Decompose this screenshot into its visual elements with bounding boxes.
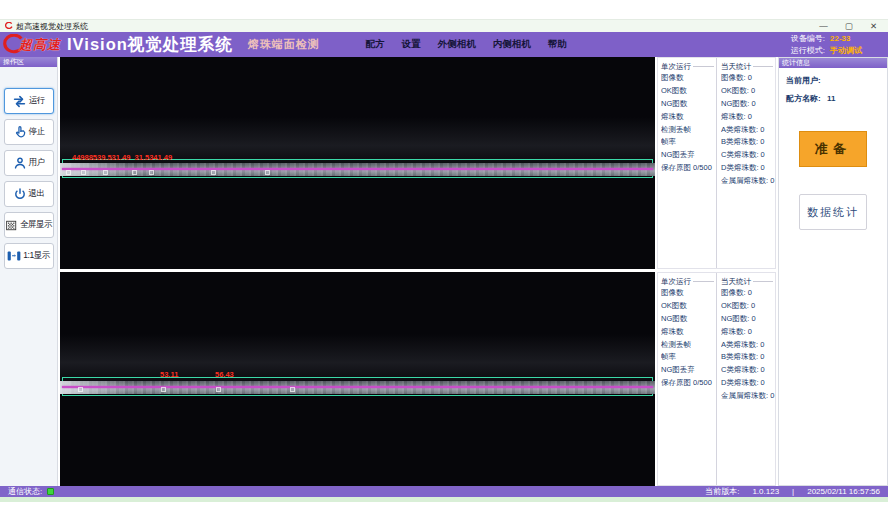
run-icon	[12, 94, 27, 109]
window-titlebar: 超高速视觉处理系统 — ▢ ✕	[0, 19, 888, 32]
app-logo-icon	[5, 22, 13, 30]
data-statistics-button[interactable]: 数据统计	[799, 194, 867, 230]
stat-row: NG图数	[661, 313, 716, 326]
statistics-info-panel: 统计信息 当前用户: 配方名称: 11 准备 数据统计	[778, 57, 888, 486]
stat-row: NG图数0	[721, 313, 775, 326]
version-value: 1.0.123	[752, 487, 779, 496]
hand-stop-icon	[13, 125, 27, 139]
sidebar-button[interactable]: 全屏显示	[4, 212, 54, 238]
status-bar: 通信状态: 当前版本: 1.0.123 | 2025/02/11 16:57:5…	[0, 486, 888, 497]
comm-status-led	[47, 488, 54, 495]
camera-viewport-1[interactable]: 44988539.531.49 31.5341.49	[60, 57, 655, 269]
app-subtitle: 熔珠端面检测	[248, 37, 320, 52]
comm-status-label: 通信状态:	[8, 486, 42, 497]
stat-row: C类熔珠数0	[721, 364, 775, 377]
maximize-button[interactable]: ▢	[845, 21, 853, 31]
operation-sidebar: 操作区 运行 停止 用户 退出 全屏显示 1:1显示	[0, 57, 58, 486]
brand-logo: 超高速	[3, 34, 61, 56]
measurement-readout: 44988539.531.49 31.5341.49	[72, 153, 172, 162]
run-mode-label: 运行模式:	[791, 45, 825, 57]
recipe-name-value: 11	[827, 94, 835, 103]
single-run-column: 单次运行 图像数 OK图数 NG图数 熔珠数 检测丢帧 帧率 NG图丢弃	[658, 58, 717, 268]
stat-row: 保存原图0/500	[661, 162, 716, 175]
datetime: 2025/02/11 16:57:56	[807, 487, 880, 496]
stat-row: 熔珠数	[661, 326, 716, 339]
version-label: 当前版本:	[705, 486, 739, 497]
header-info: 设备编号: 22-33 运行模式: 手动调试	[791, 33, 876, 57]
close-button[interactable]: ✕	[870, 21, 877, 31]
stats-panel-2: 单次运行 图像数 OK图数 NG图数 熔珠数 检测丢帧 帧率 NG图丢弃	[657, 272, 776, 486]
stat-row: A类熔珠数0	[721, 124, 775, 137]
bead-marker	[211, 170, 216, 175]
stat-row: 图像数	[661, 72, 716, 85]
stat-row: B类熔珠数0	[721, 351, 775, 364]
current-user-label: 当前用户:	[786, 76, 821, 85]
stat-row: C类熔珠数0	[721, 149, 775, 162]
daily-stats-column: 当天统计 图像数0 OK图数0 NG图数0 熔珠数0 A类熔珠数0 B类熔珠数0…	[717, 273, 775, 485]
recipe-name-label: 配方名称:	[786, 94, 821, 103]
bead-marker	[81, 170, 86, 175]
stats-panel-1: 单次运行 图像数 OK图数 NG图数 熔珠数 检测丢帧 帧率 NG图丢弃	[657, 57, 776, 269]
prepare-button[interactable]: 准备	[799, 131, 867, 167]
menu-item[interactable]: 配方	[366, 38, 385, 51]
bead-marker	[161, 387, 166, 392]
single-run-header: 单次运行	[661, 277, 691, 287]
measurement-line	[62, 386, 653, 388]
sidebar-button[interactable]: 停止	[4, 119, 54, 145]
stat-row: NG图丢弃	[661, 149, 716, 162]
brand-text: 超高速	[19, 36, 61, 54]
status-separator: |	[792, 487, 794, 496]
stat-row: 图像数	[661, 287, 716, 300]
daily-stats-header: 当天统计	[721, 277, 751, 287]
stat-row: NG图数	[661, 98, 716, 111]
stat-row: 检测丢帧	[661, 339, 716, 352]
menu-item[interactable]: 设置	[402, 38, 421, 51]
run-mode-value: 手动调试	[830, 45, 876, 57]
app-title: IVision视觉处理系统	[67, 34, 233, 56]
app-header: 超高速 IVision视觉处理系统 熔珠端面检测 配方设置外侧相机内侧相机帮助 …	[0, 32, 888, 57]
power-icon	[13, 187, 27, 201]
minimize-button[interactable]: —	[819, 21, 828, 31]
fullscreen-icon	[5, 219, 18, 232]
stat-row: 熔珠数0	[721, 326, 775, 339]
sidebar-button[interactable]: 运行	[4, 88, 54, 114]
menu-item[interactable]: 内侧相机	[493, 38, 531, 51]
camera-viewport-2[interactable]: 53.11 56.43	[60, 272, 655, 486]
single-run-column: 单次运行 图像数 OK图数 NG图数 熔珠数 检测丢帧 帧率 NG图丢弃	[658, 273, 717, 485]
single-run-header: 单次运行	[661, 62, 691, 72]
bead-marker	[103, 170, 108, 175]
stat-row: OK图数	[661, 300, 716, 313]
window-bottom-edge	[0, 497, 888, 502]
sidebar-button[interactable]: 1:1显示	[4, 243, 54, 269]
bead-marker	[149, 170, 154, 175]
stat-row: 金属屑熔珠数0	[721, 175, 775, 188]
window-title: 超高速视觉处理系统	[16, 21, 88, 32]
menu-item[interactable]: 外侧相机	[438, 38, 476, 51]
one-to-one-icon	[7, 250, 21, 262]
stat-row: 保存原图0/500	[661, 377, 716, 390]
stat-row: A类熔珠数0	[721, 339, 775, 352]
stat-row: 帧率	[661, 136, 716, 149]
stat-row: NG图丢弃	[661, 364, 716, 377]
menu-item[interactable]: 帮助	[548, 38, 567, 51]
stat-row: 图像数0	[721, 72, 775, 85]
stat-row: OK图数0	[721, 300, 775, 313]
stat-row: B类熔珠数0	[721, 136, 775, 149]
sidebar-buttons: 运行 停止 用户 退出 全屏显示 1:1显示	[0, 88, 57, 269]
bead-marker	[290, 387, 295, 392]
stat-row: 熔珠数	[661, 111, 716, 124]
sidebar-button[interactable]: 用户	[4, 150, 54, 176]
stat-row: 检测丢帧	[661, 124, 716, 137]
bead-marker	[78, 387, 83, 392]
device-number-label: 设备编号:	[791, 33, 825, 45]
stat-row: 图像数0	[721, 287, 775, 300]
daily-stats-column: 当天统计 图像数0 OK图数0 NG图数0 熔珠数0 A类熔珠数0 B类熔珠数0…	[717, 58, 775, 268]
user-icon	[13, 156, 27, 170]
stat-row: 熔珠数0	[721, 111, 775, 124]
stat-row: D类熔珠数0	[721, 162, 775, 175]
sidebar-button[interactable]: 退出	[4, 181, 54, 207]
stat-row: D类熔珠数0	[721, 377, 775, 390]
sidebar-title: 操作区	[0, 57, 57, 67]
info-panel-title: 统计信息	[779, 58, 887, 68]
device-number-value: 22-33	[830, 33, 876, 45]
